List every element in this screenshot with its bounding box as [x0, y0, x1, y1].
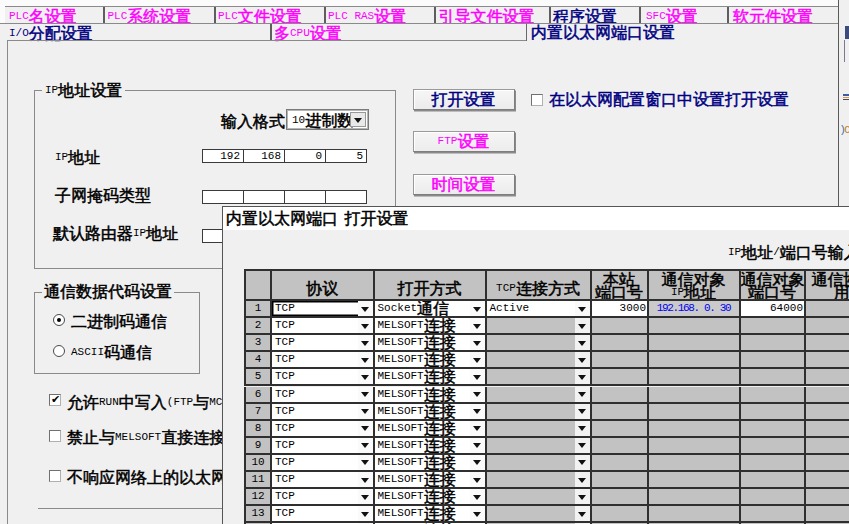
cell-dropdown-button[interactable]: [575, 369, 590, 384]
protocol-cell[interactable]: TCP: [272, 318, 375, 335]
ethernet-config-checkbox[interactable]: [531, 94, 543, 106]
cell-dropdown-button[interactable]: [358, 506, 373, 521]
chevron-down-icon: [578, 358, 586, 363]
open-method-cell[interactable]: MELSOFT连接: [375, 455, 487, 472]
cell-dropdown-button[interactable]: [575, 301, 590, 316]
ascii-code-radio[interactable]: [53, 345, 65, 357]
dest-ip-cell[interactable]: 192.168. 0. 30: [649, 301, 741, 318]
cell-dropdown-button[interactable]: [470, 318, 485, 333]
open-method-cell[interactable]: MELSOFT连接: [375, 506, 487, 523]
protocol-cell[interactable]: TCP: [272, 335, 375, 352]
host-port-cell[interactable]: 3000: [592, 301, 649, 318]
protocol-cell[interactable]: TCP: [272, 404, 375, 421]
time-settings-button[interactable]: 时间设置: [413, 174, 515, 195]
allow-run-write-checkbox[interactable]: ✔: [49, 394, 61, 406]
cell-dropdown-button[interactable]: [575, 318, 590, 333]
ip-address-input[interactable]: 192 168 0 5: [202, 149, 367, 163]
subnet-octet-4[interactable]: [326, 191, 366, 203]
cell-dropdown-button[interactable]: [470, 404, 485, 419]
subnet-octet-1[interactable]: [203, 191, 244, 203]
dialog-titlebar[interactable]: 内置以太网端口 打开设置: [223, 207, 849, 230]
protocol-cell[interactable]: TCP: [272, 489, 375, 506]
cell-dropdown-button[interactable]: [470, 489, 485, 504]
ip-octet-3[interactable]: 0: [285, 150, 326, 162]
open-method-cell[interactable]: Socket通信: [375, 301, 487, 318]
cell-dropdown-button[interactable]: [575, 438, 590, 453]
cell-dropdown-button[interactable]: [470, 369, 485, 384]
cell-dropdown-button[interactable]: [470, 455, 485, 470]
cell-dropdown-button[interactable]: [358, 301, 373, 316]
open-method-cell[interactable]: MELSOFT连接: [375, 438, 487, 455]
open-method-cell[interactable]: MELSOFT连接: [375, 352, 487, 369]
ftp-settings-button[interactable]: FTP设置: [413, 131, 515, 152]
disable-melsoft-checkbox[interactable]: [49, 430, 61, 442]
protocol-cell[interactable]: TCP: [272, 369, 375, 386]
cell-dropdown-button[interactable]: [470, 301, 485, 316]
cell-dropdown-button[interactable]: [575, 472, 590, 487]
cell-dropdown-button[interactable]: [358, 472, 373, 487]
cell-dropdown-button[interactable]: [358, 421, 373, 436]
row-number: 13: [244, 506, 272, 523]
dest-port-cell[interactable]: 64000: [741, 301, 806, 318]
open-settings-button[interactable]: 打开设置: [413, 89, 515, 110]
default-router-label: 默认路由器IP地址: [53, 226, 178, 240]
combobox-dropdown-button[interactable]: [350, 112, 366, 127]
protocol-cell[interactable]: TCP: [272, 387, 375, 404]
protocol-port-cell: [806, 506, 849, 523]
dest-ip-cell: [649, 421, 741, 438]
cell-dropdown-button[interactable]: [358, 455, 373, 470]
cell-dropdown-button[interactable]: [575, 387, 590, 402]
protocol-cell[interactable]: TCP: [272, 506, 375, 523]
cell-dropdown-button[interactable]: [470, 506, 485, 521]
subnet-octet-3[interactable]: [285, 191, 326, 203]
open-method-cell[interactable]: MELSOFT连接: [375, 335, 487, 352]
cell-dropdown-button[interactable]: [575, 455, 590, 470]
protocol-cell[interactable]: TCP: [272, 438, 375, 455]
cell-dropdown-button[interactable]: [470, 472, 485, 487]
cell-dropdown-button[interactable]: [575, 489, 590, 504]
chevron-down-icon: [578, 443, 586, 448]
open-method-cell[interactable]: MELSOFT连接: [375, 387, 487, 404]
protocol-port-cell: [806, 369, 849, 386]
open-method-cell[interactable]: MELSOFT连接: [375, 472, 487, 489]
cell-dropdown-button[interactable]: [358, 352, 373, 367]
tcp-mode-cell: [487, 369, 592, 386]
cell-dropdown-button[interactable]: [575, 421, 590, 436]
subnet-octet-2[interactable]: [244, 191, 285, 203]
protocol-cell[interactable]: TCP: [272, 472, 375, 489]
cell-dropdown-button[interactable]: [575, 404, 590, 419]
subnet-mask-input[interactable]: [202, 190, 367, 204]
cell-dropdown-button[interactable]: [358, 387, 373, 402]
cell-dropdown-button[interactable]: [575, 352, 590, 367]
cell-dropdown-button[interactable]: [358, 335, 373, 350]
cell-dropdown-button[interactable]: [358, 489, 373, 504]
cell-dropdown-button[interactable]: [470, 352, 485, 367]
open-method-cell[interactable]: MELSOFT连接: [375, 489, 487, 506]
cell-dropdown-button[interactable]: [470, 421, 485, 436]
cell-dropdown-button[interactable]: [470, 387, 485, 402]
protocol-cell[interactable]: TCP: [272, 352, 375, 369]
open-method-cell[interactable]: MELSOFT连接: [375, 369, 487, 386]
cell-dropdown-button[interactable]: [358, 438, 373, 453]
ip-octet-2[interactable]: 168: [244, 150, 285, 162]
protocol-cell[interactable]: TCP: [272, 301, 375, 318]
cell-dropdown-button[interactable]: [470, 438, 485, 453]
input-format-combobox[interactable]: 10进制数: [286, 109, 369, 130]
cell-dropdown-button[interactable]: [358, 404, 373, 419]
tab-builtin-ethernet-active[interactable]: 内置以太网端口设置: [526, 23, 838, 41]
open-method-cell[interactable]: MELSOFT连接: [375, 421, 487, 438]
binary-code-radio[interactable]: [53, 314, 65, 326]
cell-dropdown-button[interactable]: [358, 318, 373, 333]
ip-octet-4[interactable]: 5: [326, 150, 366, 162]
open-method-cell[interactable]: MELSOFT连接: [375, 318, 487, 335]
cell-dropdown-button[interactable]: [575, 335, 590, 350]
protocol-cell[interactable]: TCP: [272, 421, 375, 438]
cell-dropdown-button[interactable]: [358, 369, 373, 384]
cell-dropdown-button[interactable]: [575, 506, 590, 521]
cell-dropdown-button[interactable]: [470, 335, 485, 350]
protocol-cell[interactable]: TCP: [272, 455, 375, 472]
no-response-checkbox[interactable]: [49, 470, 61, 482]
ip-octet-1[interactable]: 192: [203, 150, 244, 162]
tcp-mode-cell[interactable]: Active: [487, 301, 592, 318]
open-method-cell[interactable]: MELSOFT连接: [375, 404, 487, 421]
